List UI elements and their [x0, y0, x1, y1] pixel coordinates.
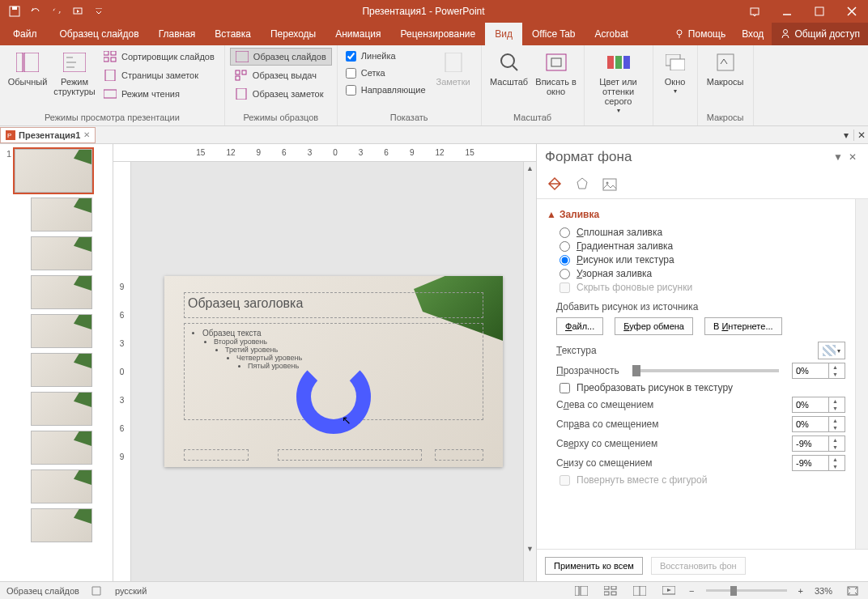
close-all-button[interactable]: ✕ [853, 130, 868, 141]
layout-thumbnail[interactable] [31, 275, 92, 309]
layout-thumbnail[interactable] [31, 469, 92, 503]
master-thumbnail[interactable] [15, 149, 92, 193]
layout-thumbnail[interactable] [31, 236, 92, 270]
date-placeholder[interactable] [184, 449, 249, 461]
guides-checkbox[interactable]: Направляющие [343, 82, 429, 98]
layout-thumbnail[interactable] [31, 508, 92, 542]
pane-scrollbar[interactable] [855, 199, 868, 549]
ribbon-options-button[interactable] [738, 0, 771, 23]
tab-transitions[interactable]: Переходы [261, 23, 326, 45]
close-tab-icon[interactable]: ✕ [83, 130, 90, 139]
tab-insert[interactable]: Вставка [205, 23, 261, 45]
maximize-button[interactable] [803, 0, 836, 23]
tab-home[interactable]: Главная [149, 23, 206, 45]
title-placeholder[interactable]: Образец заголовка [184, 292, 483, 318]
tab-review[interactable]: Рецензирование [391, 23, 486, 45]
layout-thumbnail[interactable] [31, 353, 92, 387]
tell-me-button[interactable]: Помощь [666, 23, 734, 45]
status-language[interactable]: русский [115, 586, 147, 596]
texture-picker[interactable]: ▾ [818, 342, 845, 359]
macros-button[interactable]: Макросы [703, 48, 748, 88]
slide-canvas[interactable]: Образец заголовка Образец текста Второй … [131, 162, 536, 581]
footer-placeholder[interactable] [278, 449, 422, 461]
effects-tab-icon[interactable] [572, 175, 592, 194]
slide-master-button[interactable]: Образец слайдов [230, 48, 332, 66]
fit-view-icon[interactable] [844, 584, 862, 598]
normal-view-icon[interactable] [572, 584, 590, 598]
offset-top-spinner[interactable]: ▲▼ [792, 435, 845, 452]
notes-master-button[interactable]: Образец заметок [230, 85, 332, 103]
vertical-scrollbar[interactable]: ▲ ▼ [523, 162, 536, 581]
undo-button[interactable] [26, 2, 45, 20]
close-button[interactable] [836, 0, 868, 23]
fill-section-header[interactable]: ▲ Заливка [547, 209, 845, 220]
vertical-ruler[interactable]: 9630369 [113, 162, 131, 581]
minimize-button[interactable] [771, 0, 803, 23]
window-button[interactable]: Окно▾ [658, 48, 692, 98]
tab-slide-master[interactable]: Образец слайдов [50, 23, 149, 45]
offset-right-spinner[interactable]: ▲▼ [792, 416, 845, 432]
fit-window-button[interactable]: Вписать в окно [534, 48, 579, 98]
slide-number-placeholder[interactable] [435, 449, 483, 461]
online-button[interactable]: В Интернете... [704, 317, 782, 335]
normal-view-button[interactable]: Обычный [5, 48, 50, 88]
tab-view[interactable]: Вид [485, 23, 522, 45]
window-title: Презентация1 - PowerPoint [108, 6, 738, 17]
slide-sorter-button[interactable]: Сортировщик слайдов [99, 48, 219, 66]
clipboard-button[interactable]: Буфер обмена [615, 317, 693, 335]
zoom-level[interactable]: 33% [815, 586, 832, 596]
outline-view-button[interactable]: Режим структуры [52, 48, 97, 98]
tab-file[interactable]: Файл [0, 23, 50, 45]
slideshow-view-icon[interactable] [660, 584, 678, 598]
sign-in-button[interactable]: Вход [734, 23, 772, 45]
ruler-checkbox[interactable]: Линейка [343, 48, 429, 64]
spell-check-icon[interactable] [91, 585, 104, 597]
qat-customize-button[interactable] [89, 2, 108, 20]
tile-checkbox[interactable]: Преобразовать рисунок в текстуру [560, 382, 845, 393]
pattern-fill-radio[interactable]: Узорная заливка [560, 268, 845, 279]
layout-thumbnail[interactable] [31, 431, 92, 465]
fill-tab-icon[interactable] [545, 175, 564, 194]
transparency-slider[interactable] [632, 369, 779, 372]
zoom-in-button[interactable]: + [798, 586, 803, 596]
horizontal-ruler[interactable]: 151296303691215 [113, 144, 536, 162]
file-button[interactable]: Файл... [556, 317, 603, 335]
share-button[interactable]: Общий доступ [772, 23, 868, 45]
transparency-spinner[interactable]: ▲▼ [792, 363, 845, 379]
pane-options-button[interactable]: ▼ [831, 150, 845, 164]
start-slideshow-button[interactable] [68, 2, 87, 20]
offset-left-spinner[interactable]: ▲▼ [792, 397, 845, 413]
picture-tab-icon[interactable] [600, 175, 619, 194]
tab-office-tab[interactable]: Office Tab [522, 23, 585, 45]
sorter-view-icon[interactable] [602, 584, 619, 598]
notes-page-button[interactable]: Страницы заметок [99, 66, 219, 84]
layout-thumbnail[interactable] [31, 392, 92, 426]
gradient-fill-radio[interactable]: Градиентная заливка [560, 240, 845, 252]
grid-checkbox[interactable]: Сетка [343, 65, 429, 81]
color-grayscale-button[interactable]: Цвет или оттенки серого▾ [589, 48, 648, 117]
pane-close-button[interactable]: ✕ [845, 150, 860, 164]
layout-thumbnail[interactable] [31, 314, 92, 348]
layout-thumbnail[interactable] [31, 198, 92, 232]
redo-button[interactable] [47, 2, 66, 20]
document-tab[interactable]: P Презентация1 ✕ [0, 127, 96, 143]
zoom-slider[interactable] [706, 589, 787, 592]
svg-rect-19 [242, 70, 246, 74]
offset-bottom-spinner[interactable]: ▲▼ [792, 455, 845, 471]
picture-fill-radio[interactable]: Рисунок или текстура [560, 254, 845, 266]
solid-fill-radio[interactable]: Сплошная заливка [560, 227, 845, 238]
apply-all-button[interactable]: Применить ко всем [545, 557, 643, 575]
handout-master-button[interactable]: Образец выдач [230, 66, 332, 84]
zoom-out-button[interactable]: − [689, 586, 694, 596]
svg-rect-26 [607, 56, 614, 69]
reading-view-icon[interactable] [631, 584, 649, 598]
tab-animation[interactable]: Анимация [326, 23, 390, 45]
scroll-up-icon[interactable]: ▲ [524, 162, 536, 175]
tab-list-button[interactable]: ▾ [839, 130, 853, 141]
save-button[interactable] [5, 2, 24, 20]
zoom-button[interactable]: Масштаб [487, 48, 532, 88]
tab-acrobat[interactable]: Acrobat [585, 23, 638, 45]
svg-rect-31 [717, 54, 734, 70]
scroll-down-icon[interactable]: ▼ [524, 542, 536, 555]
reading-view-button[interactable]: Режим чтения [99, 85, 219, 103]
